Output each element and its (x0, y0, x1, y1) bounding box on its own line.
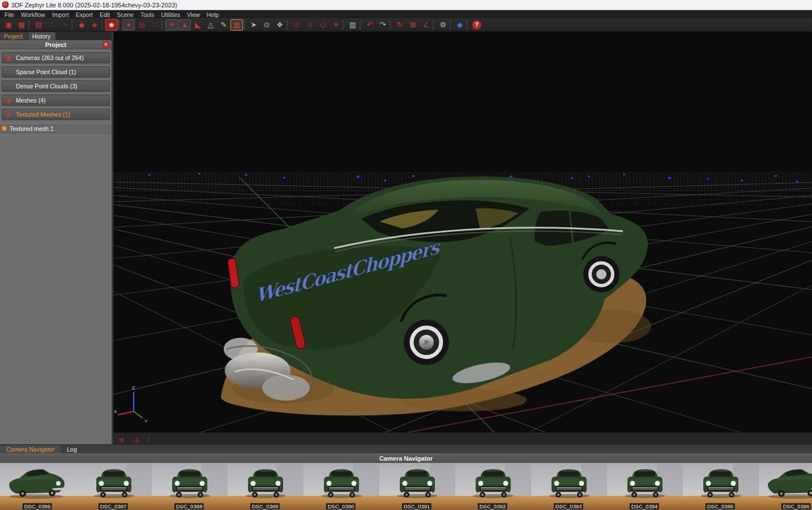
pick-point-button[interactable]: ⊙ (260, 19, 273, 31)
paint-brush-button[interactable]: ✎ (217, 19, 230, 31)
photo-filename: DSC_0395 (706, 503, 735, 509)
camera-thumbnail[interactable]: DSC_0388 (152, 463, 228, 510)
project-item-sparse-point-cloud[interactable]: ∴ Sparse Point Cloud (1) (2, 66, 110, 78)
render-viewport-3d[interactable]: WestCoastChoppers (113, 32, 812, 432)
import-photos-button[interactable]: ▤ (32, 19, 45, 31)
camera-thumbnail[interactable]: DSC_0389 (228, 463, 304, 510)
divider (148, 435, 149, 443)
extract-mesh-button[interactable]: ◆ (75, 19, 88, 31)
show-point-cloud-button[interactable]: ▲ (178, 19, 191, 31)
photo-filename: DSC_0388 (174, 503, 204, 509)
menu-tools[interactable]: Tools (137, 11, 158, 18)
separator[interactable] (360, 20, 363, 29)
axis-y-label: Y (144, 419, 148, 424)
menu-file[interactable]: File (1, 11, 18, 18)
project-item-textured-meshes[interactable]: ◈ Textured Meshes (1) (2, 109, 110, 120)
separator[interactable] (467, 20, 470, 29)
camera-thumbnail[interactable]: DSC_0396 (759, 463, 812, 510)
crop-button[interactable]: ⊠ (407, 19, 419, 31)
help-button[interactable]: ? (472, 20, 481, 29)
menu-help[interactable]: Help (203, 11, 223, 18)
separator[interactable] (390, 20, 393, 29)
photo-filename: DSC_0386 (23, 503, 52, 509)
cluster-button[interactable]: ∷ (148, 19, 161, 31)
menu-bar: File Workflow Import Export Edit Scene T… (0, 11, 812, 18)
viewer-3d-button[interactable]: ◆ (454, 19, 466, 31)
project-panel-header: Project ✕ (0, 40, 112, 49)
project-item-cameras[interactable]: ◉ Cameras (263 out of 264) (2, 52, 110, 63)
show-cameras-button[interactable]: ☀ (165, 19, 178, 31)
menu-edit[interactable]: Edit (96, 11, 113, 18)
texture-mesh-button[interactable]: ◈ (88, 19, 101, 31)
polygon-select-icon[interactable]: ◮ (134, 435, 139, 443)
camera-thumbnail[interactable]: DSC_0391 (379, 463, 455, 510)
menu-utilities[interactable]: Utilities (157, 11, 183, 18)
menu-export[interactable]: Export (72, 11, 96, 18)
separator[interactable] (118, 20, 122, 29)
shapes-button[interactable]: ❖ (273, 19, 286, 31)
sparse-point-cloud-button[interactable]: ∴ (45, 19, 58, 31)
menu-workflow[interactable]: Workflow (18, 11, 49, 18)
separator[interactable] (161, 20, 165, 29)
clipping-volume-button[interactable]: ✳ (330, 19, 342, 31)
tab-project[interactable]: Project (0, 32, 28, 40)
separator[interactable] (343, 20, 346, 29)
main-toolbar: ▣ ▦ ▤ ∴ ⁘ ◆ ◈ ◉ ● ◎ ∷ ☀ ▲ ◣ △ ✎ ▩ (0, 18, 812, 32)
separator[interactable] (28, 20, 32, 29)
photo-filename: DSC_0387 (99, 503, 128, 509)
camera-thumbnail[interactable]: DSC_0393 (531, 463, 607, 510)
bottom-panel-tabs: Camera Navigator Log (0, 444, 812, 453)
show-mesh-button[interactable]: ◣ (191, 19, 204, 31)
camera-thumbnail[interactable]: DSC_0394 (607, 463, 683, 510)
redo-button[interactable]: ↷ (377, 19, 389, 31)
rotate-view-button[interactable]: ↻ (394, 19, 406, 31)
orbit-center-button[interactable]: ◎ (135, 19, 148, 31)
camera-thumbnail[interactable]: DSC_0390 (304, 463, 379, 510)
project-item-textured-mesh-1[interactable]: Textured mesh 1 (0, 124, 112, 133)
camera-thumbnail[interactable]: DSC_0387 (76, 463, 152, 510)
menu-scene[interactable]: Scene (113, 11, 137, 18)
bounding-box-button[interactable]: ◇ (317, 19, 329, 31)
save-project-button[interactable]: ▦ (15, 19, 28, 31)
sparse-point-cloud-icon: ∴ (5, 68, 12, 76)
viewport-selection-toolbar: ▶ ◮ (113, 432, 812, 444)
dense-point-cloud-button[interactable]: ⁘ (58, 19, 71, 31)
camera-thumbnail[interactable]: DSC_0392 (455, 463, 531, 510)
camera-thumbnail[interactable]: DSC_0386 (0, 463, 76, 510)
menu-import[interactable]: Import (49, 11, 72, 18)
open-project-button[interactable]: ▣ (2, 19, 15, 31)
camera-thumbnail[interactable]: DSC_0395 (683, 463, 759, 510)
project-item-meshes[interactable]: ◆ Meshes (4) (2, 95, 110, 106)
tab-log[interactable]: Log (61, 445, 83, 453)
pick-object-button[interactable]: ➤ (247, 19, 260, 31)
measure-button[interactable]: ∠ (420, 19, 432, 31)
show-textured-mesh-button[interactable]: ▩ (230, 19, 243, 31)
photo-filename: DSC_0392 (478, 503, 507, 509)
separator[interactable] (287, 20, 290, 29)
separator[interactable] (243, 20, 247, 29)
tab-camera-navigator[interactable]: Camera Navigator (0, 445, 61, 453)
separator[interactable] (71, 20, 75, 29)
undo-button[interactable]: ↶ (364, 19, 376, 31)
separator[interactable] (433, 20, 436, 29)
show-grid-button[interactable]: ⊕ (290, 19, 303, 31)
project-item-dense-point-clouds[interactable]: ⁘ Dense Point Clouds (3) (2, 80, 110, 92)
settings-button[interactable]: ⚙ (437, 19, 449, 31)
separator[interactable] (101, 20, 105, 29)
show-sphere-grid-button[interactable]: ⊗ (304, 19, 316, 31)
lasso-select-icon[interactable]: ▶ (117, 434, 126, 444)
front-wheel (583, 256, 619, 292)
separator[interactable] (450, 20, 453, 29)
photo-filename: DSC_0396 (781, 503, 811, 509)
capture-screenshot-button[interactable]: ◉ (105, 19, 118, 31)
menu-view[interactable]: View (183, 11, 203, 18)
camera-navigator-header: Camera Navigator (0, 453, 812, 463)
tab-history[interactable]: History (28, 32, 57, 40)
copy-view-button[interactable]: ▥ (347, 19, 359, 31)
close-icon[interactable]: ✕ (102, 41, 109, 48)
scene-3d: WestCoastChoppers (113, 32, 812, 432)
masquerade-button[interactable]: ● (122, 19, 135, 31)
show-wireframe-button[interactable]: △ (204, 19, 217, 31)
textured-mesh-leaf-icon (2, 126, 7, 131)
title-bar: 3DF Zephyr Lite 8.000 (2025-02-18-1954ch… (0, 0, 812, 10)
